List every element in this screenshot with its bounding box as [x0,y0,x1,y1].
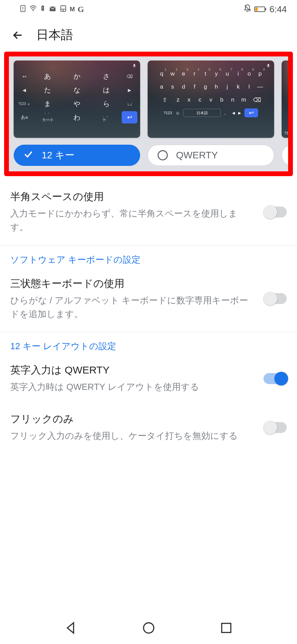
status-bar: M G 6:44 [0,0,297,18]
status-time: 6:44 [269,4,287,15]
toggle-flick-only[interactable] [264,422,287,433]
enter-key-icon: ↩ [122,111,137,123]
nav-home-icon[interactable] [142,621,156,636]
radio-icon [158,150,168,160]
setting-alpha-qwerty[interactable]: 英字入力は QWERTY 英字入力時は QWERTY レイアウトを使用する [0,356,297,402]
keyboard-layout-chips: 12 キー QWERTY [9,138,288,166]
keyboard-preview-next[interactable]: ?123 [282,61,293,138]
section-header-software-keyboard: ソフトウェア キーボードの設定 [0,246,297,269]
page-title: 日本語 [36,27,73,43]
gmail-icon: M [70,6,75,13]
setting-half-width-space[interactable]: 半角スペースの使用 入力モードにかかわらず、常に半角スペースを使用します。 [0,182,297,242]
keyboard-hint-label: ?123 [284,131,293,135]
layout-chip-label: 12 キー [42,149,75,162]
setting-title: 三状態キーボードの使用 [10,277,255,291]
layout-chip-12key[interactable]: 12 キー [14,145,140,166]
system-nav-bar [0,613,297,644]
toggle-half-width-space[interactable] [264,207,287,218]
setting-title: フリックのみ [10,412,255,426]
svg-rect-18 [221,623,231,633]
enter-key-icon: ↩ [244,108,258,117]
setting-title: 英字入力は QWERTY [10,363,255,377]
wifi-icon [29,4,37,15]
setting-description: フリック入力のみを使用し、ケータイ打ちを無効にする [10,429,255,443]
settings-list: 半角スペースの使用 入力モードにかかわらず、常に半角スペースを使用します。 ソフ… [0,176,297,451]
keyboard-layout-carousel[interactable]: ↤あかさ⌫ ◀たなは▶ ?123 ☺まやら⌴ あa゛゜大⇔小わ、。?!↩ q1w… [9,61,288,138]
status-right-icons: 6:44 [243,4,287,15]
status-left-icons: M G [19,4,84,15]
setting-description: 入力モードにかかわらず、常に半角スペースを使用します。 [10,207,255,234]
setting-title: 半角スペースの使用 [10,190,255,204]
setting-description: ひらがな / アルファベット キーボードに数字専用キーボードを追加します。 [10,293,255,321]
layout-chip-qwerty[interactable]: QWERTY [148,145,274,166]
keyboard-preview-12key[interactable]: ↤あかさ⌫ ◀たなは▶ ?123 ☺まやら⌴ あa゛゜大⇔小わ、。?!↩ [14,61,140,138]
battery-low-icon [254,6,265,12]
setting-flick-only[interactable]: フリックのみ フリック入力のみを使用し、ケータイ打ちを無効にする [0,402,297,451]
keyboard-layout-highlight: ↤あかさ⌫ ◀たなは▶ ?123 ☺まやら⌴ あa゛゜大⇔小わ、。?!↩ q1w… [4,52,293,176]
mail-icon [49,4,57,15]
nav-recent-icon[interactable] [219,621,233,636]
app-bar: 日本語 [0,18,297,52]
doc-icon [59,4,67,15]
section-header-12key-layout: 12 キー レイアウトの設定 [0,332,297,356]
battery-alert-icon [40,4,46,15]
nav-back-icon[interactable] [64,621,78,636]
svg-point-3 [33,10,34,11]
svg-point-7 [42,9,43,10]
svg-point-2 [23,10,24,11]
toggle-tristate-keyboard[interactable] [264,293,287,304]
sim-alert-icon [19,4,27,15]
toggle-alpha-qwerty[interactable] [264,373,287,384]
svg-point-17 [144,623,154,633]
mute-icon [243,4,252,15]
layout-chip-next[interactable] [282,145,293,166]
google-icon: G [78,5,84,14]
back-button[interactable] [11,28,25,42]
keyboard-qwerty-grid: q1w2e3r4t5y6u7i8o9p0 asdfghjkl— ⇧zxcvbnm… [148,61,274,120]
keyboard-12key-grid: ↤あかさ⌫ ◀たなは▶ ?123 ☺まやら⌴ あa゛゜大⇔小わ、。?!↩ [14,61,140,138]
setting-tristate-keyboard[interactable]: 三状態キーボードの使用 ひらがな / アルファベット キーボードに数字専用キーボ… [0,269,297,329]
setting-description: 英字入力時は QWERTY レイアウトを使用する [10,380,255,394]
radio-icon [288,150,293,160]
keyboard-preview-qwerty[interactable]: q1w2e3r4t5y6u7i8o9p0 asdfghjkl— ⇧zxcvbnm… [148,61,274,138]
svg-rect-5 [42,5,43,6]
layout-chip-label: QWERTY [176,150,218,161]
check-icon [23,149,33,162]
